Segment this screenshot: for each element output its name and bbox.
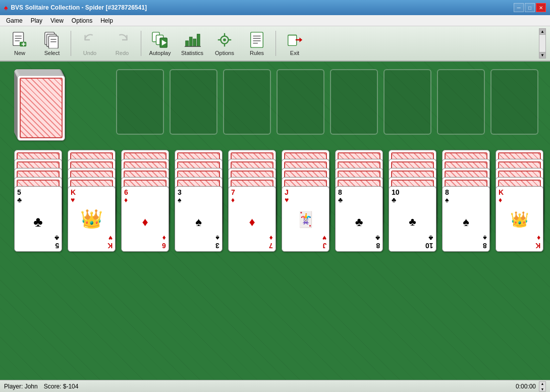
foundation-slot-3	[223, 69, 271, 135]
statistics-label: Statistics	[181, 50, 203, 56]
card-10-clubs[interactable]: 10♣ ♣ 10♣	[389, 186, 436, 252]
foundation-slot-5	[330, 69, 378, 135]
statistics-button[interactable]: Statistics	[177, 28, 208, 59]
menu-options[interactable]: Options	[68, 16, 96, 25]
new-label: New	[14, 50, 25, 56]
card-6-diamonds[interactable]: 6♦ ♦ 6♦	[121, 186, 169, 252]
autoplay-button[interactable]: Autoplay	[144, 28, 176, 59]
foundation-slot-2	[170, 69, 217, 135]
card-jack-hearts[interactable]: J♥ 🃏 J♥	[282, 186, 329, 252]
card-7-diamonds[interactable]: 7♦ ♦ 7♦	[228, 186, 276, 252]
foundation-slot-6	[383, 69, 431, 135]
titlebar: ♠ BVS Solitaire Collection - Spider [#32…	[0, 0, 550, 15]
options-button[interactable]: Options	[209, 28, 240, 59]
card-8-clubs[interactable]: 8♣ ♣ 8♣	[335, 186, 383, 252]
undo-button[interactable]: Undo	[74, 28, 105, 59]
undo-label: Undo	[83, 50, 96, 56]
exit-button[interactable]: Exit	[279, 28, 310, 59]
statusbar: Player: John Score: $-104 0:00:00 ▲ ▼	[0, 380, 550, 392]
select-icon	[43, 31, 61, 49]
svg-rect-10	[48, 36, 58, 48]
foundation-slot-7	[437, 69, 485, 135]
menu-help[interactable]: Help	[96, 16, 117, 25]
menubar: Game Play View Options Help	[0, 15, 550, 26]
new-icon	[11, 31, 29, 49]
rules-label: Rules	[250, 50, 264, 56]
new-button[interactable]: New	[4, 28, 35, 59]
foundation-slot-1	[116, 69, 164, 135]
svg-point-23	[223, 38, 226, 41]
redo-label: Redo	[116, 50, 129, 56]
options-icon	[215, 31, 234, 49]
statusbar-scrollbar[interactable]: ▲ ▼	[539, 381, 546, 391]
rules-icon	[248, 31, 266, 49]
card-8-spades[interactable]: 8♠ ♠ 8♠	[442, 186, 490, 252]
select-button[interactable]: Select	[36, 28, 68, 59]
card-5-clubs[interactable]: 5♣ ♣ 5♣	[14, 186, 62, 252]
svg-marker-35	[299, 37, 302, 42]
score-label: Score: $-104	[44, 383, 79, 390]
redo-icon	[113, 31, 131, 49]
select-label: Select	[44, 50, 60, 56]
card-king-diamonds[interactable]: K♦ 👑 K♦	[496, 186, 543, 252]
svg-rect-17	[186, 41, 189, 46]
options-label: Options	[215, 50, 234, 56]
toolbar-scrollbar[interactable]: ▲ ▼	[539, 28, 546, 59]
toolbar: New Select Undo	[0, 26, 550, 62]
statistics-icon	[183, 31, 201, 49]
autoplay-label: Autoplay	[149, 50, 171, 56]
player-label: Player: John	[4, 383, 38, 390]
minimize-button[interactable]: ─	[514, 3, 524, 12]
menu-play[interactable]: Play	[27, 16, 46, 25]
card-king-hearts[interactable]: K♥ 👑 K♥	[68, 186, 116, 252]
autoplay-icon	[151, 31, 169, 49]
toolbar-separator-1	[71, 31, 71, 56]
foundation-slot-8	[490, 69, 538, 135]
exit-icon	[286, 31, 304, 49]
foundation-slot-4	[277, 69, 324, 135]
svg-rect-18	[189, 37, 192, 46]
toolbar-separator-3	[276, 31, 276, 56]
close-button[interactable]: ✕	[536, 3, 546, 12]
menu-view[interactable]: View	[46, 16, 68, 25]
toolbar-separator-2	[141, 31, 141, 56]
rules-button[interactable]: Rules	[241, 28, 272, 59]
timer-label: 0:00:00	[516, 383, 536, 390]
svg-rect-19	[193, 39, 196, 46]
menu-game[interactable]: Game	[2, 16, 27, 25]
title-text: BVS Solitaire Collection - Spider [#3278…	[11, 4, 513, 11]
svg-rect-20	[197, 34, 200, 47]
undo-icon	[81, 31, 99, 49]
svg-rect-28	[251, 32, 263, 47]
exit-label: Exit	[290, 50, 299, 56]
app-icon: ♠	[4, 4, 8, 12]
game-area: 5♣ ♣ 5♣ K♥ 👑 K♥ 6♦ ♦ 6♦	[0, 62, 550, 380]
card-3-spades[interactable]: 3♠ ♠ 3♠	[175, 186, 223, 252]
svg-rect-33	[288, 35, 297, 46]
maximize-button[interactable]: □	[525, 3, 535, 12]
redo-button[interactable]: Redo	[106, 28, 138, 59]
